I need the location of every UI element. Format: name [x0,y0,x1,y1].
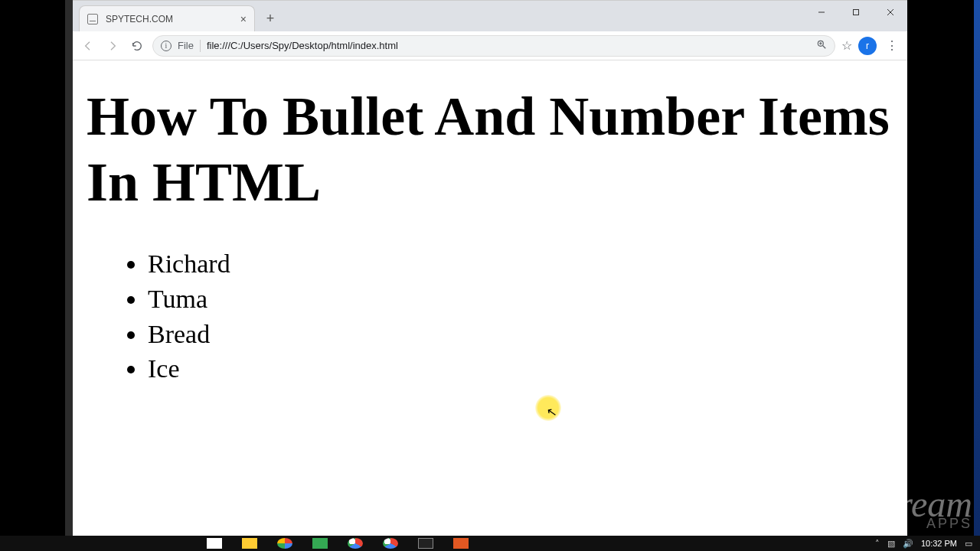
editor-icon[interactable] [418,538,433,549]
window-maximize-button[interactable] [838,1,873,24]
tray-notifications-icon[interactable]: ▭ [965,539,972,549]
chrome-canary-icon[interactable] [277,538,292,549]
list-item: Tuma [148,282,893,317]
bookmark-star-icon[interactable]: ☆ [841,38,852,53]
window-controls [804,1,907,24]
chrome-icon[interactable] [348,538,363,549]
svg-rect-1 [853,10,858,15]
chrome-menu-button[interactable]: ⋮ [883,38,901,53]
app-icon[interactable] [312,538,328,549]
tab-close-icon[interactable]: × [240,13,247,25]
taskbar-pinned [207,538,469,549]
list-item: Bread [148,317,893,352]
nav-forward-button[interactable] [103,37,122,55]
address-bar[interactable]: i File file:///C:/Users/Spy/Desktop/html… [152,35,835,57]
system-tray[interactable]: ˄ ▧ 🔊 10:32 PM ▭ [875,539,980,549]
page-content: How To Bullet And Number Items In HTML R… [73,60,907,536]
taskbar: ˄ ▧ 🔊 10:32 PM ▭ [0,536,980,551]
avatar-initial: r [866,41,869,51]
toolbar: i File file:///C:/Users/Spy/Desktop/html… [73,31,907,60]
tray-network-icon[interactable]: ▧ [887,539,895,549]
tab-strip: SPYTECH.COM × + [73,1,907,31]
url-text: file:///C:/Users/Spy/Desktop/html/index.… [207,40,398,51]
taskbar-clock[interactable]: 10:32 PM [921,539,957,548]
new-tab-button[interactable]: + [260,8,281,29]
page-heading: How To Bullet And Number Items In HTML [87,83,893,216]
nav-back-button[interactable] [79,37,97,55]
svg-line-5 [823,46,826,49]
taskview-icon[interactable] [207,538,222,549]
window-minimize-button[interactable] [804,1,838,24]
tab-title: SPYTECH.COM [106,14,173,24]
chrome-icon-2[interactable] [383,538,398,549]
page-favicon-icon [87,14,98,24]
omnibox-divider [200,40,201,52]
list-item: Ice [148,351,893,386]
desktop-edge-right [974,0,980,536]
tray-volume-icon[interactable]: 🔊 [903,539,913,549]
url-scheme-label: File [178,40,194,51]
app-icon-2[interactable] [453,538,469,549]
site-info-icon[interactable]: i [161,41,172,51]
nav-reload-button[interactable] [128,37,146,55]
browser-window: SPYTECH.COM × + i File [73,0,907,536]
tray-chevron-icon[interactable]: ˄ [875,539,880,549]
desktop-edge-left [65,0,73,536]
list-item: Richard [148,246,893,282]
file-explorer-icon[interactable] [242,538,257,549]
profile-avatar[interactable]: r [858,37,877,55]
zoom-icon[interactable] [816,39,827,52]
browser-tab[interactable]: SPYTECH.COM × [79,5,255,31]
window-close-button[interactable] [873,1,907,24]
bullet-list: Richard Tuma Bread Ice [148,246,893,387]
